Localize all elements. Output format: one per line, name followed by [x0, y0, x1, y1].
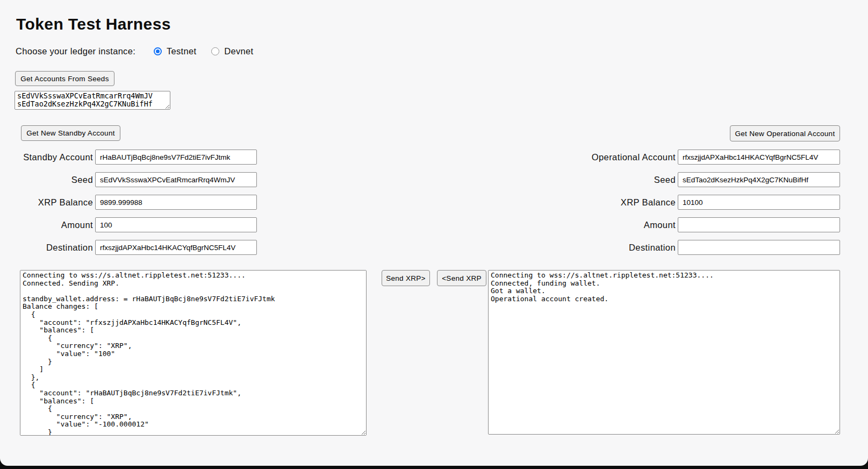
results-section: Connecting to wss://s.altnet.rippletest.… [20, 270, 840, 436]
operational-seed-label: Seed [516, 175, 676, 185]
token-test-harness-page: Token Test Harness Choose your ledger in… [0, 0, 868, 466]
operational-destination-field[interactable] [678, 240, 840, 255]
operational-amount-label: Amount [516, 220, 676, 230]
standby-destination-label: Destination [0, 243, 93, 253]
standby-amount-label: Amount [0, 220, 93, 230]
operational-destination-label: Destination [516, 243, 676, 253]
standby-xrp-balance-label: XRP Balance [0, 197, 93, 208]
operational-seed-field[interactable] [678, 172, 840, 187]
standby-seed-field[interactable] [95, 172, 257, 187]
devnet-radio-label: Devnet [224, 46, 253, 56]
testnet-radio-icon[interactable] [154, 47, 162, 55]
standby-xrp-balance-row: XRP Balance [0, 195, 257, 210]
devnet-radio-icon[interactable] [211, 47, 219, 55]
seeds-textarea[interactable]: sEdVVkSsswaXPCvEatRmcarRrq4WmJV sEdTao2d… [15, 91, 170, 110]
standby-results-textarea[interactable]: Connecting to wss://s.altnet.rippletest.… [20, 270, 367, 436]
standby-amount-field[interactable] [95, 217, 257, 232]
standby-account-field[interactable] [95, 150, 257, 165]
ledger-instance-label: Choose your ledger instance: [16, 46, 135, 56]
get-accounts-from-seeds-button[interactable]: Get Accounts From Seeds [15, 71, 114, 86]
operational-form: Operational Account Seed XRP Balance Amo… [516, 150, 840, 262]
operational-account-row: Operational Account [516, 150, 840, 165]
get-new-operational-account-button[interactable]: Get New Operational Account [730, 125, 840, 141]
standby-destination-field[interactable] [95, 240, 257, 255]
get-new-standby-account-button[interactable]: Get New Standby Account [21, 125, 120, 141]
radio-option-devnet[interactable]: Devnet [211, 46, 253, 56]
standby-account-label: Standby Account [0, 152, 93, 162]
standby-destination-row: Destination [0, 240, 257, 255]
send-xrp-to-standby-button[interactable]: <Send XRP [437, 270, 486, 286]
testnet-radio-label: Testnet [167, 46, 196, 56]
operational-xrp-balance-row: XRP Balance [516, 195, 840, 210]
standby-xrp-balance-field[interactable] [95, 195, 257, 210]
operational-seed-row: Seed [516, 172, 840, 187]
standby-amount-row: Amount [0, 217, 257, 232]
operational-xrp-balance-label: XRP Balance [516, 197, 676, 208]
ledger-instance-selector: Choose your ledger instance: Testnet Dev… [16, 46, 253, 56]
standby-seed-label: Seed [0, 175, 93, 185]
standby-form: Standby Account Seed XRP Balance Amount … [0, 150, 257, 262]
operational-amount-field[interactable] [678, 217, 840, 232]
send-xrp-to-operational-button[interactable]: Send XRP> [382, 270, 430, 286]
operational-destination-row: Destination [516, 240, 840, 255]
operational-amount-row: Amount [516, 217, 840, 232]
standby-seed-row: Seed [0, 172, 257, 187]
page-title: Token Test Harness [16, 15, 171, 33]
operational-results-textarea[interactable]: Connecting to wss://s.altnet.rippletest.… [488, 270, 840, 435]
operational-account-label: Operational Account [516, 152, 676, 162]
standby-account-row: Standby Account [0, 150, 257, 165]
radio-option-testnet[interactable]: Testnet [154, 46, 196, 56]
operational-account-field[interactable] [678, 150, 840, 165]
operational-xrp-balance-field[interactable] [678, 195, 840, 210]
